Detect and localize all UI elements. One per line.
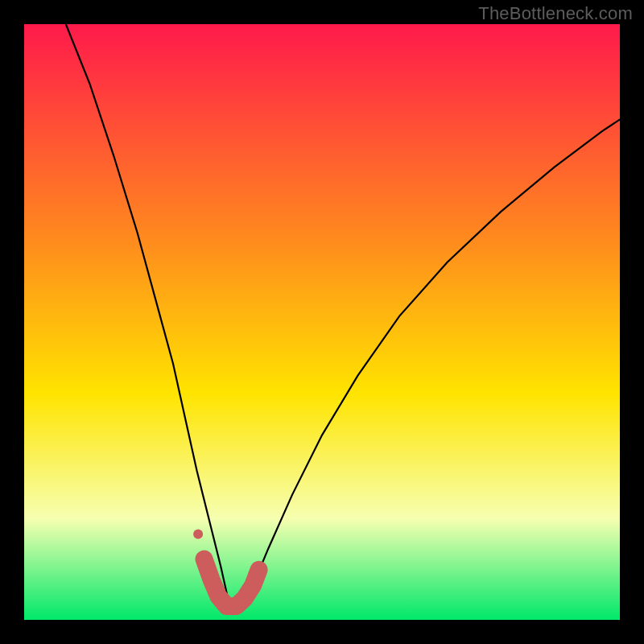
chart-frame: TheBottleneck.com: [0, 0, 644, 644]
watermark-text: TheBottleneck.com: [478, 3, 633, 24]
highlight-dot: [193, 529, 203, 539]
chart-svg: [0, 0, 644, 644]
plot-background: [24, 24, 620, 620]
